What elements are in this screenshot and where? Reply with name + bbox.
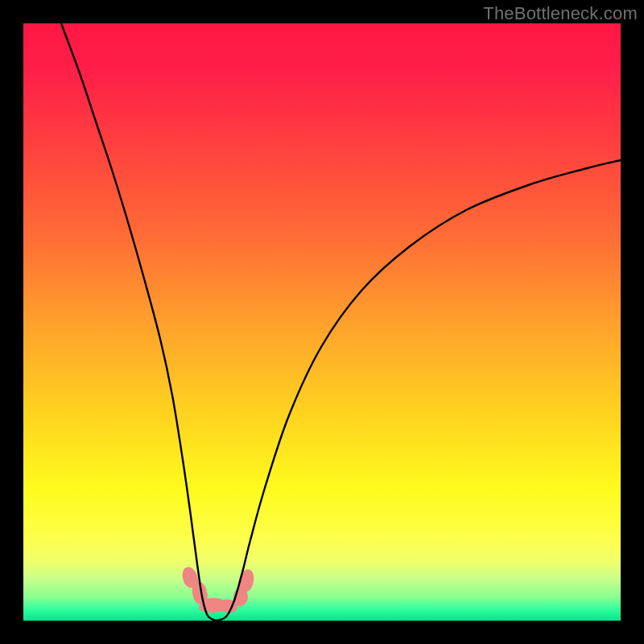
chart-frame bbox=[23, 23, 621, 621]
watermark-text: TheBottleneck.com bbox=[483, 3, 638, 24]
curve-left-branch bbox=[61, 23, 217, 621]
chart-curve bbox=[23, 23, 621, 621]
curve-right-branch bbox=[217, 160, 621, 621]
